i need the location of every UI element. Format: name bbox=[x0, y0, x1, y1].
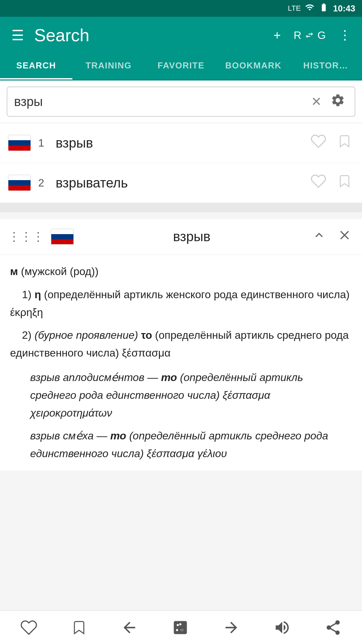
menu-icon[interactable]: ☰ bbox=[8, 24, 27, 47]
bookmark-icon-1[interactable] bbox=[335, 131, 354, 155]
bottom-toolbar bbox=[0, 610, 362, 644]
result-item[interactable]: 2 взрыватель bbox=[0, 163, 362, 203]
share-button[interactable] bbox=[318, 614, 349, 641]
g-label: G bbox=[317, 29, 326, 42]
signal-icon bbox=[305, 3, 314, 14]
volume-button[interactable] bbox=[267, 614, 298, 641]
favorite-icon-2[interactable] bbox=[308, 171, 328, 195]
bookmark-icon-2[interactable] bbox=[335, 171, 354, 195]
overflow-menu-icon[interactable]: ⋮ bbox=[336, 25, 354, 45]
definition-body: м (мужской (род)) 1) η (определённый арт… bbox=[0, 255, 362, 471]
pos-full: (мужской (род)) bbox=[21, 265, 99, 277]
page-title: Search bbox=[34, 25, 264, 45]
search-box: ✕ bbox=[7, 87, 355, 117]
tab-bookmark[interactable]: BOOKMARK bbox=[217, 54, 290, 79]
clear-search-icon[interactable]: ✕ bbox=[308, 92, 324, 112]
definition-panel: ⋮⋮⋮ взрыв м (мужской (род)) 1) η (опреде… bbox=[0, 219, 362, 471]
app-bar-actions: + R G ⋮ bbox=[271, 25, 354, 45]
definition-more-icon[interactable]: ⋮⋮⋮ bbox=[8, 230, 44, 244]
bookmark-button[interactable] bbox=[64, 614, 94, 641]
result-number-2: 2 bbox=[38, 177, 48, 189]
favorite-icon-1[interactable] bbox=[308, 131, 328, 155]
app-bar: ☰ Search + R G ⋮ bbox=[0, 17, 362, 54]
forward-button[interactable] bbox=[216, 614, 247, 641]
definition-word-title: взрыв bbox=[80, 229, 303, 244]
battery-icon bbox=[318, 3, 329, 14]
r-label: R bbox=[294, 29, 301, 42]
result-word-1: взрыв bbox=[56, 136, 308, 151]
tab-search[interactable]: SEARCH bbox=[0, 54, 72, 79]
result-2-actions bbox=[308, 171, 354, 195]
results-list: 1 взрыв 2 взрыватель bbox=[0, 123, 362, 203]
back-button[interactable] bbox=[114, 614, 145, 641]
definition-pos-line: м (мужской (род)) bbox=[10, 263, 352, 280]
russian-flag-1 bbox=[8, 135, 31, 151]
search-input[interactable] bbox=[14, 95, 305, 109]
tab-bar: SEARCH TRAINING FAVORITE BOOKMARK HISTOR… bbox=[0, 54, 362, 80]
search-settings-icon[interactable] bbox=[328, 90, 348, 113]
result-word-2: взрыватель bbox=[56, 175, 308, 191]
definition-example-1: взрыв аплодисме́нтов — то (определённый … bbox=[30, 369, 352, 422]
definition-entry-2: 2) (бурное проявление) το (определённый … bbox=[10, 326, 352, 362]
status-bar: LTE 10:43 bbox=[0, 0, 362, 17]
result-number-1: 1 bbox=[38, 137, 48, 149]
result-item[interactable]: 1 взрыв bbox=[0, 123, 362, 163]
lte-icon: LTE bbox=[288, 4, 301, 13]
pos-label: м bbox=[10, 265, 18, 277]
tab-favorite[interactable]: FAVORITE bbox=[145, 54, 217, 79]
add-icon[interactable]: + bbox=[271, 25, 284, 45]
definition-header: ⋮⋮⋮ взрыв bbox=[0, 219, 362, 255]
rdg-label[interactable]: R G bbox=[294, 29, 326, 42]
tab-history[interactable]: HISTOR… bbox=[290, 54, 362, 79]
clock: 10:43 bbox=[333, 3, 356, 14]
collapse-icon[interactable] bbox=[310, 226, 328, 248]
random-button[interactable] bbox=[165, 614, 196, 641]
swap-icon bbox=[303, 31, 315, 40]
result-1-actions bbox=[308, 131, 354, 155]
search-container: ✕ bbox=[0, 80, 362, 123]
separator bbox=[0, 203, 362, 212]
definition-entry-1: 1) η (определённый артикль женского рода… bbox=[10, 286, 352, 321]
russian-flag-def bbox=[51, 229, 74, 245]
definition-example-2: взрыв сме́ха — то (определённый артикль … bbox=[30, 427, 352, 463]
russian-flag-2 bbox=[8, 175, 31, 191]
favorite-button[interactable] bbox=[13, 614, 44, 641]
close-definition-icon[interactable] bbox=[335, 226, 354, 248]
tab-training[interactable]: TRAINING bbox=[72, 54, 145, 79]
